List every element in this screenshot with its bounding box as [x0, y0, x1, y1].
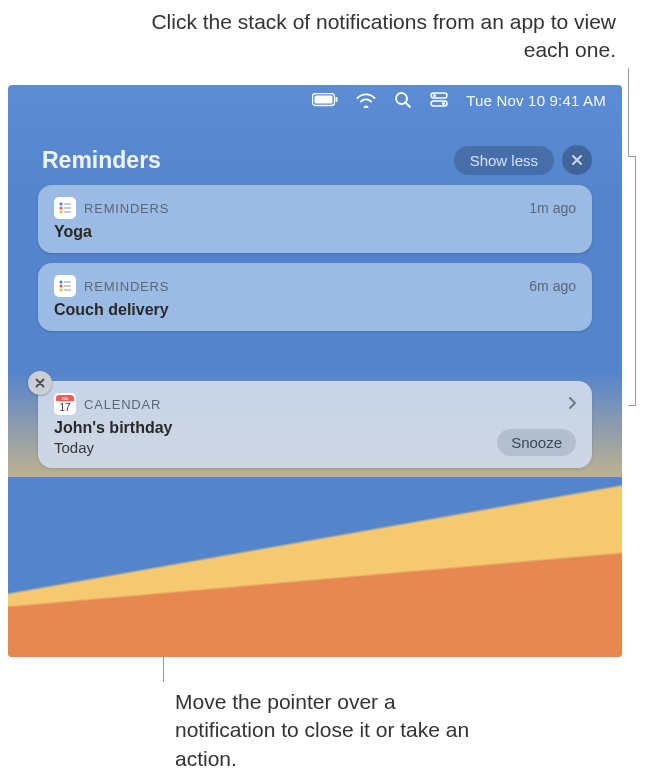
- spotlight-icon[interactable]: [394, 91, 412, 109]
- notification-group-header: Reminders Show less: [38, 145, 592, 175]
- svg-point-9: [60, 203, 63, 206]
- menubar-datetime[interactable]: Tue Nov 10 9:41 AM: [466, 92, 606, 109]
- notification-time: 6m ago: [529, 278, 576, 294]
- calendar-app-icon: JUL17: [54, 393, 76, 415]
- notification-time: 1m ago: [529, 200, 576, 216]
- desktop: Tue Nov 10 9:41 AM Reminders Show less R…: [8, 85, 622, 657]
- notification-app-name: REMINDERS: [84, 279, 521, 294]
- notification-card[interactable]: REMINDERS 1m ago Yoga: [38, 185, 592, 253]
- svg-point-11: [60, 211, 63, 214]
- svg-text:JUL: JUL: [61, 396, 69, 401]
- annotation-top: Click the stack of notifications from an…: [136, 8, 616, 65]
- notification-title: John's birthday: [54, 419, 172, 437]
- notification-card[interactable]: REMINDERS 6m ago Couch delivery: [38, 263, 592, 331]
- svg-point-17: [60, 289, 63, 292]
- wifi-icon[interactable]: [356, 93, 376, 108]
- svg-rect-2: [336, 97, 338, 102]
- svg-point-15: [60, 281, 63, 284]
- notification-header: REMINDERS 1m ago: [54, 197, 576, 219]
- notification-body: John's birthday Today Snooze: [54, 419, 576, 456]
- group-gap: [38, 341, 592, 381]
- close-icon: [571, 154, 583, 166]
- close-group-button[interactable]: [562, 145, 592, 175]
- svg-point-10: [60, 207, 63, 210]
- reminders-app-icon: [54, 275, 76, 297]
- svg-line-4: [406, 103, 410, 107]
- annotation-bottom: Move the pointer over a notification to …: [175, 688, 475, 773]
- svg-point-16: [60, 285, 63, 288]
- svg-point-3: [396, 93, 407, 104]
- notification-subtitle: Today: [54, 439, 172, 456]
- menubar: Tue Nov 10 9:41 AM: [8, 85, 622, 115]
- chevron-right-icon[interactable]: [568, 395, 576, 413]
- group-title: Reminders: [42, 147, 161, 174]
- svg-point-6: [433, 94, 436, 97]
- show-less-button[interactable]: Show less: [454, 146, 554, 175]
- notification-app-name: REMINDERS: [84, 201, 521, 216]
- close-icon: [35, 378, 45, 388]
- svg-rect-1: [315, 96, 333, 104]
- close-notification-button[interactable]: [28, 371, 52, 395]
- notification-app-name: CALENDAR: [84, 397, 560, 412]
- control-center-icon[interactable]: [430, 92, 448, 108]
- svg-text:17: 17: [59, 402, 71, 413]
- notification-card-hovered[interactable]: JUL17 CALENDAR John's birthday Today Sno…: [38, 381, 592, 468]
- notification-title: Couch delivery: [54, 301, 576, 319]
- notification-center: Reminders Show less REMINDERS 1m ago Yog…: [38, 145, 592, 478]
- group-header-actions: Show less: [454, 145, 592, 175]
- reminders-app-icon: [54, 197, 76, 219]
- snooze-button[interactable]: Snooze: [497, 429, 576, 456]
- notification-header: JUL17 CALENDAR: [54, 393, 576, 415]
- notification-title: Yoga: [54, 223, 576, 241]
- callout-line: [628, 68, 629, 156]
- svg-point-8: [442, 102, 445, 105]
- callout-bracket: [628, 156, 636, 406]
- battery-icon[interactable]: [312, 93, 338, 107]
- notification-header: REMINDERS 6m ago: [54, 275, 576, 297]
